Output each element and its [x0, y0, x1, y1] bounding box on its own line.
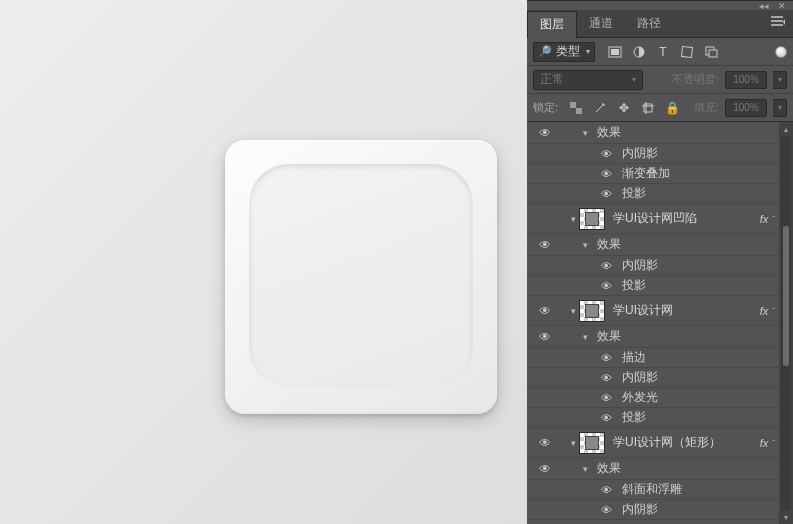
filter-type-select[interactable]: 🔎 类型 ▾	[533, 42, 595, 62]
fx-visibility-toggle[interactable]: 👁	[601, 412, 612, 424]
visibility-toggle[interactable]: 👁	[539, 330, 551, 344]
fx-visibility-toggle[interactable]: 👁	[601, 260, 612, 272]
visibility-toggle[interactable]: 👁	[539, 126, 551, 140]
fx-visibility-toggle[interactable]: 👁	[601, 168, 612, 180]
fx-visibility-toggle[interactable]: 👁	[601, 280, 612, 292]
fx-item-row[interactable]: 👁 内阴影	[527, 500, 779, 520]
filter-pixel-icon[interactable]	[607, 44, 623, 60]
fx-collapse-icon[interactable]: ˆ	[772, 214, 775, 223]
visibility-toggle[interactable]: 👁	[539, 436, 551, 450]
lock-pixels-icon[interactable]	[592, 100, 608, 116]
lock-artboard-icon[interactable]	[640, 100, 656, 116]
fx-item-row[interactable]: 👁 描边	[527, 348, 779, 368]
opacity-value[interactable]: 100%	[725, 71, 767, 89]
blend-bar: 正常 ▾ 不透明度: 100% ▾	[527, 66, 793, 94]
disclosure-icon[interactable]: ▾	[579, 240, 591, 250]
fx-header-row[interactable]: 👁 ▾ 效果	[527, 122, 779, 144]
layer-row[interactable]: 👁 ▾ 学UI设计网（矩形） fx ˆ	[527, 428, 779, 458]
opacity-stepper[interactable]: ▾	[773, 71, 787, 89]
layer-thumbnail[interactable]	[579, 208, 605, 230]
switch-button	[249, 164, 473, 388]
fx-item-row[interactable]: 👁 渐变叠加	[527, 164, 779, 184]
fx-header-row[interactable]: 👁 ▾ 效果	[527, 458, 779, 480]
tab-channels[interactable]: 通道	[577, 10, 625, 37]
fx-drop-shadow: 投影	[622, 409, 646, 426]
fx-drop-shadow: 投影	[622, 185, 646, 202]
layer-row[interactable]: 👁 ▾ 学UI设计网凹陷 fx ˆ	[527, 204, 779, 234]
disclosure-icon[interactable]: ▾	[567, 306, 579, 316]
filter-type-icon[interactable]: T	[655, 44, 671, 60]
fx-badge: fx	[760, 305, 769, 317]
lock-transparency-icon[interactable]	[568, 100, 584, 116]
chevron-down-icon: ▾	[632, 75, 636, 84]
fill-value[interactable]: 100%	[725, 99, 767, 117]
lock-all-icon[interactable]: 🔒	[664, 100, 680, 116]
fx-header-row[interactable]: 👁 ▾ 效果	[527, 326, 779, 348]
fx-item-row[interactable]: 👁 斜面和浮雕	[527, 480, 779, 500]
fx-visibility-toggle[interactable]: 👁	[601, 372, 612, 384]
scroll-up-icon[interactable]: ▴	[779, 122, 793, 136]
svg-rect-3	[682, 46, 693, 57]
fx-visibility-toggle[interactable]: 👁	[601, 392, 612, 404]
document-canvas[interactable]	[0, 0, 527, 524]
panel-menu-icon[interactable]	[771, 16, 787, 28]
scrollbar-track[interactable]	[781, 136, 791, 510]
opacity-label: 不透明度:	[672, 72, 719, 87]
svg-rect-7	[570, 102, 576, 108]
disclosure-icon[interactable]: ▾	[567, 214, 579, 224]
lock-position-icon[interactable]: ✥	[616, 100, 632, 116]
visibility-toggle[interactable]: 👁	[539, 304, 551, 318]
fx-badge: fx	[760, 437, 769, 449]
fill-stepper[interactable]: ▾	[773, 99, 787, 117]
fx-badge: fx	[760, 213, 769, 225]
filter-smart-icon[interactable]	[703, 44, 719, 60]
visibility-toggle[interactable]: 👁	[539, 238, 551, 252]
fx-visibility-toggle[interactable]: 👁	[601, 352, 612, 364]
layers-panel: ◂◂ ✕ 图层 通道 路径 🔎 类型 ▾ T 正常 ▾ 不透明度:	[527, 0, 793, 524]
lock-bar: 锁定: ✥ 🔒 填充: 100% ▾	[527, 94, 793, 122]
fx-inner-shadow: 内阴影	[622, 145, 658, 162]
fx-item-row[interactable]: 👁 内阴影	[527, 144, 779, 164]
fx-visibility-toggle[interactable]: 👁	[601, 148, 612, 160]
fx-item-row[interactable]: 👁 内阴影	[527, 368, 779, 388]
filter-toggle-switch[interactable]	[775, 46, 787, 58]
blend-mode-select[interactable]: 正常 ▾	[533, 70, 643, 90]
disclosure-icon[interactable]: ▾	[579, 464, 591, 474]
fx-collapse-icon[interactable]: ˆ	[772, 306, 775, 315]
fx-inner-shadow: 内阴影	[622, 369, 658, 386]
fx-item-row[interactable]: 👁 投影	[527, 184, 779, 204]
filter-adjust-icon[interactable]	[631, 44, 647, 60]
fx-visibility-toggle[interactable]: 👁	[601, 504, 612, 516]
fx-visibility-toggle[interactable]: 👁	[601, 484, 612, 496]
visibility-toggle[interactable]: 👁	[539, 462, 551, 476]
tab-layers[interactable]: 图层	[527, 11, 577, 38]
fx-item-row[interactable]: 👁 投影	[527, 276, 779, 296]
fx-item-row[interactable]: 👁 外发光	[527, 388, 779, 408]
fx-bevel: 斜面和浮雕	[622, 481, 682, 498]
switch-plate	[225, 140, 497, 414]
fx-item-row[interactable]: 👁 投影	[527, 408, 779, 428]
scroll-down-icon[interactable]: ▾	[779, 510, 793, 524]
layer-thumbnail[interactable]	[579, 300, 605, 322]
layers-scrollbar[interactable]: ▴ ▾	[779, 122, 793, 524]
layer-name: 学UI设计网	[613, 302, 673, 319]
filter-type-label: 类型	[556, 43, 580, 60]
filter-shape-icon[interactable]	[679, 44, 695, 60]
scrollbar-thumb[interactable]	[783, 226, 789, 366]
fx-header-row[interactable]: 👁 ▾ 效果	[527, 234, 779, 256]
disclosure-icon[interactable]: ▾	[567, 438, 579, 448]
layer-thumbnail[interactable]	[579, 432, 605, 454]
fx-item-row[interactable]: 👁 内阴影	[527, 256, 779, 276]
disclosure-icon[interactable]: ▾	[579, 332, 591, 342]
disclosure-icon[interactable]: ▾	[579, 128, 591, 138]
search-icon: 🔎	[538, 45, 552, 58]
fx-header-label: 效果	[597, 236, 621, 253]
fx-gradient-overlay: 渐变叠加	[622, 165, 670, 182]
svg-rect-9	[644, 104, 652, 112]
layer-row[interactable]: 👁 ▾ 学UI设计网 fx ˆ	[527, 296, 779, 326]
tab-paths[interactable]: 路径	[625, 10, 673, 37]
layer-filter-bar: 🔎 类型 ▾ T	[527, 38, 793, 66]
fx-visibility-toggle[interactable]: 👁	[601, 188, 612, 200]
fx-collapse-icon[interactable]: ˆ	[772, 438, 775, 447]
svg-rect-8	[576, 108, 582, 114]
